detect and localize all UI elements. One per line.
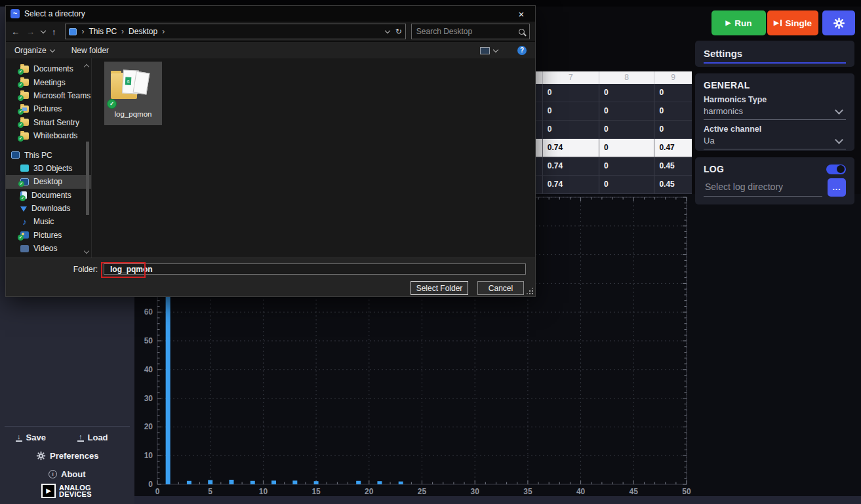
- load-icon: ↑: [77, 433, 84, 442]
- folder-image-icon: ✓: [20, 106, 29, 113]
- harmonics-type-dropdown[interactable]: harmonics: [704, 104, 846, 120]
- close-icon[interactable]: ×: [512, 9, 531, 19]
- load-button[interactable]: ↑ Load: [77, 433, 108, 442]
- table-row[interactable]: 000: [534, 121, 692, 139]
- table-row[interactable]: 0.7400.47: [534, 139, 692, 157]
- dialog-file-area[interactable]: a ✓ log_pqmon: [91, 58, 535, 258]
- view-mode-chevron-icon[interactable]: [493, 47, 498, 52]
- table-row[interactable]: 0.7400.45: [534, 157, 692, 176]
- search-icon: [519, 29, 525, 35]
- settings-gear-button[interactable]: [822, 10, 855, 35]
- sync-check-icon: ✓: [18, 109, 24, 115]
- recent-locations-chevron-icon[interactable]: [41, 28, 46, 33]
- resize-grip[interactable]: [527, 288, 533, 294]
- dialog-toolbar: Organize New folder ?: [6, 42, 535, 60]
- single-button[interactable]: ▶ Single: [767, 10, 818, 35]
- svg-text:10: 10: [259, 487, 268, 496]
- table-column-header: 9: [654, 71, 692, 84]
- search-input[interactable]: Search Desktop: [411, 24, 530, 39]
- dialog-footer: Folder: Select Folder Cancel: [6, 258, 535, 296]
- sync-check-icon: ✓: [18, 136, 24, 142]
- folder-name-input[interactable]: [104, 263, 526, 275]
- table-column-header: 7: [542, 71, 599, 84]
- folder-field-label: Folder:: [45, 265, 98, 274]
- dialog-sidebar-item-3d-objects[interactable]: 3D Objects: [6, 162, 91, 175]
- sync-check-icon: ✓: [18, 69, 24, 75]
- svg-text:5: 5: [208, 487, 212, 496]
- search-placeholder: Search Desktop: [416, 27, 472, 36]
- log-toggle[interactable]: [826, 165, 846, 174]
- preferences-label: Preferences: [50, 451, 98, 461]
- table-row[interactable]: 000: [534, 102, 692, 121]
- dialog-sidebar-item-downloads[interactable]: Downloads: [6, 202, 91, 215]
- gear-icon: [833, 17, 845, 29]
- forward-icon[interactable]: →: [26, 27, 35, 37]
- table-cell: 0: [599, 102, 654, 121]
- table-cell: 0: [599, 121, 654, 139]
- svg-text:40: 40: [576, 487, 586, 496]
- up-icon[interactable]: ↑: [52, 27, 56, 37]
- dialog-sidebar-item-documents[interactable]: ✓Documents: [6, 62, 91, 75]
- dialog-sidebar-item-pictures[interactable]: ✓Pictures: [6, 102, 91, 115]
- svg-text:20: 20: [365, 487, 374, 496]
- breadcrumb-this-pc[interactable]: This PC: [89, 27, 117, 36]
- active-channel-label: Active channel: [704, 125, 846, 134]
- run-label: Run: [734, 18, 751, 28]
- table-cell: 0: [599, 84, 654, 102]
- save-label: Save: [26, 433, 46, 442]
- run-button[interactable]: ▶ Run: [711, 10, 766, 35]
- select-folder-label: Select Folder: [416, 284, 463, 293]
- breadcrumb-desktop[interactable]: Desktop: [129, 27, 157, 36]
- dialog-sidebar-item-this-pc[interactable]: This PC: [6, 148, 91, 161]
- table-cell: 0: [599, 139, 654, 157]
- dialog-sidebar-item-label: Documents: [33, 64, 73, 73]
- breadcrumb[interactable]: › This PC › Desktop › ↻: [65, 24, 405, 39]
- dialog-sidebar-item-videos[interactable]: Videos: [6, 242, 91, 255]
- dialog-sidebar-item-microsoft-teams[interactable]: ✓Microsoft Teams: [6, 89, 91, 102]
- dialog-sidebar-item-music[interactable]: ♪Music: [6, 215, 91, 228]
- dialog-sidebar-item-whiteboards[interactable]: ✓Whiteboards: [6, 129, 91, 142]
- harmonics-type-label: Harmonics Type: [704, 95, 846, 104]
- sync-check-icon: ✓: [107, 99, 117, 109]
- settings-underline: [704, 62, 846, 64]
- dialog-sidebar-item-documents[interactable]: ✓Documents: [6, 189, 91, 202]
- table-cell: 0.47: [654, 139, 692, 157]
- refresh-icon[interactable]: ↻: [395, 27, 402, 36]
- table-cell: 0: [542, 102, 599, 121]
- cancel-button[interactable]: Cancel: [477, 281, 524, 295]
- back-icon[interactable]: ←: [11, 27, 20, 37]
- help-icon[interactable]: ?: [517, 46, 527, 55]
- preferences-button[interactable]: Preferences: [36, 451, 98, 461]
- harmonics-table: 7890000000000.7400.470.7400.450.7400.45: [534, 71, 692, 194]
- toggle-knob-icon: [837, 165, 845, 173]
- dialog-sidebar-item-smart-sentry[interactable]: ✓Smart Sentry: [6, 116, 91, 129]
- chevron-down-icon: [835, 136, 843, 144]
- dialog-sidebar-item-label: Microsoft Teams: [33, 91, 90, 100]
- browse-log-directory-button[interactable]: ...: [828, 178, 846, 197]
- log-directory-input[interactable]: Select log directory: [704, 180, 822, 197]
- dialog-nav-bar: ← → ↑ › This PC › Desktop › ↻ Search Des…: [6, 22, 535, 42]
- dialog-sidebar-item-label: Whiteboards: [33, 131, 77, 140]
- table-cell: 0.45: [654, 176, 692, 194]
- table-row[interactable]: 0.7400.45: [534, 176, 692, 194]
- dialog-sidebar-item-pictures[interactable]: ✓Pictures: [6, 229, 91, 242]
- dialog-sidebar-item-label: This PC: [24, 151, 52, 160]
- file-item-log-pqmon[interactable]: a ✓ log_pqmon: [104, 62, 162, 125]
- svg-text:60: 60: [144, 307, 153, 317]
- organize-menu[interactable]: Organize: [14, 46, 54, 55]
- sidebar-scrollbar-thumb[interactable]: [86, 142, 89, 215]
- breadcrumb-chevron-icon: ›: [121, 27, 124, 36]
- table-row[interactable]: 000: [534, 84, 692, 102]
- view-mode-icon[interactable]: [480, 47, 490, 54]
- dialog-sidebar-item-desktop[interactable]: ✓Desktop: [6, 175, 91, 188]
- save-button[interactable]: ↓ Save: [16, 433, 46, 442]
- active-channel-value: Ua: [704, 136, 715, 145]
- about-button[interactable]: i About: [49, 469, 86, 479]
- dialog-sidebar-item-meetings[interactable]: ✓Meetings: [6, 75, 91, 88]
- table-cell: 0: [654, 102, 692, 121]
- active-channel-dropdown[interactable]: Ua: [704, 134, 846, 149]
- select-folder-button[interactable]: Select Folder: [410, 281, 468, 295]
- address-dropdown-chevron-icon[interactable]: [385, 28, 390, 33]
- dialog-titlebar[interactable]: ~ Select a directory ×: [6, 6, 535, 22]
- new-folder-button[interactable]: New folder: [71, 46, 109, 55]
